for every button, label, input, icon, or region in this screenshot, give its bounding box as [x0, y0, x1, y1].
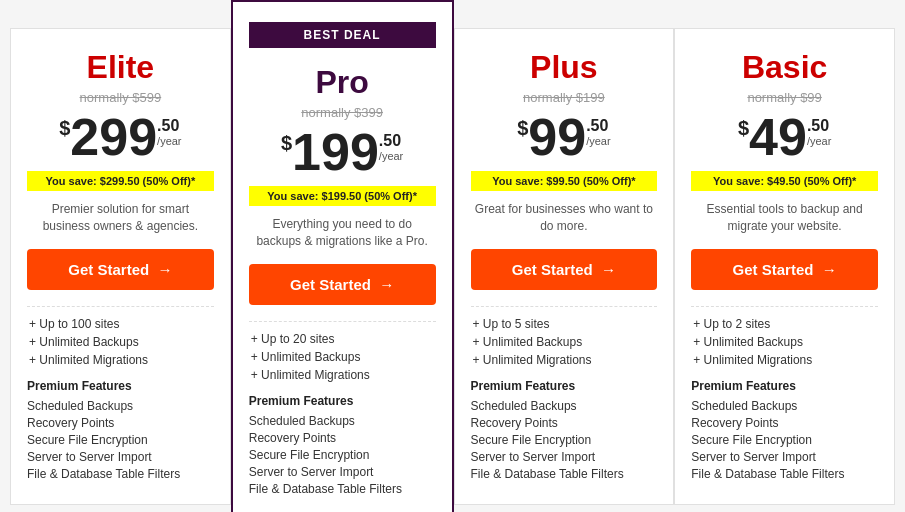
- plan-description-pro: Everything you need to do backups & migr…: [249, 216, 436, 250]
- price-main-elite: 299: [70, 111, 157, 163]
- price-row-elite: $ 299 .50 /year: [27, 111, 214, 163]
- premium-feature-item-basic-0: Scheduled Backups: [691, 399, 878, 413]
- savings-badge-basic: You save: $49.50 (50% Off)*: [691, 171, 878, 191]
- premium-feature-item-pro-0: Scheduled Backups: [249, 414, 436, 428]
- premium-feature-item-elite-0: Scheduled Backups: [27, 399, 214, 413]
- divider-basic: [691, 306, 878, 307]
- plan-name-plus: Plus: [471, 49, 658, 86]
- premium-feature-item-pro-2: Secure File Encryption: [249, 448, 436, 462]
- price-year-basic: /year: [807, 135, 831, 147]
- get-started-btn-plus[interactable]: Get Started →: [471, 249, 658, 290]
- plan-name-elite: Elite: [27, 49, 214, 86]
- premium-feature-item-elite-4: File & Database Table Filters: [27, 467, 214, 481]
- price-cents-basic: .50: [807, 117, 829, 135]
- premium-features-plus: Scheduled BackupsRecovery PointsSecure F…: [471, 399, 658, 481]
- get-started-btn-elite[interactable]: Get Started →: [27, 249, 214, 290]
- premium-feature-item-plus-4: File & Database Table Filters: [471, 467, 658, 481]
- price-row-basic: $ 49 .50 /year: [691, 111, 878, 163]
- premium-feature-item-elite-1: Recovery Points: [27, 416, 214, 430]
- feature-list-elite: + Up to 100 sites+ Unlimited Backups+ Un…: [27, 317, 214, 367]
- premium-feature-item-plus-0: Scheduled Backups: [471, 399, 658, 413]
- feature-item-pro-2: + Unlimited Migrations: [249, 368, 436, 382]
- premium-features-elite: Scheduled BackupsRecovery PointsSecure F…: [27, 399, 214, 481]
- price-cents-year-pro: .50 /year: [379, 132, 403, 162]
- price-dollar-elite: $: [59, 117, 70, 140]
- original-price-elite: normally $599: [27, 90, 214, 105]
- feature-item-pro-0: + Up to 20 sites: [249, 332, 436, 346]
- feature-item-basic-2: + Unlimited Migrations: [691, 353, 878, 367]
- get-started-btn-pro[interactable]: Get Started →: [249, 264, 436, 305]
- premium-feature-item-elite-3: Server to Server Import: [27, 450, 214, 464]
- price-year-elite: /year: [157, 135, 181, 147]
- premium-feature-item-basic-3: Server to Server Import: [691, 450, 878, 464]
- premium-feature-item-plus-2: Secure File Encryption: [471, 433, 658, 447]
- plan-description-elite: Premier solution for smart business owne…: [27, 201, 214, 235]
- feature-item-plus-0: + Up to 5 sites: [471, 317, 658, 331]
- plan-name-pro: Pro: [249, 64, 436, 101]
- get-started-btn-basic[interactable]: Get Started →: [691, 249, 878, 290]
- feature-item-pro-1: + Unlimited Backups: [249, 350, 436, 364]
- price-main-plus: 99: [528, 111, 586, 163]
- feature-item-basic-1: + Unlimited Backups: [691, 335, 878, 349]
- price-cents-year-basic: .50 /year: [807, 117, 831, 147]
- price-cents-elite: .50: [157, 117, 179, 135]
- premium-feature-item-plus-1: Recovery Points: [471, 416, 658, 430]
- original-price-basic: normally $99: [691, 90, 878, 105]
- divider-elite: [27, 306, 214, 307]
- price-cents-year-plus: .50 /year: [586, 117, 610, 147]
- feature-list-plus: + Up to 5 sites+ Unlimited Backups+ Unli…: [471, 317, 658, 367]
- price-dollar-basic: $: [738, 117, 749, 140]
- premium-feature-item-pro-1: Recovery Points: [249, 431, 436, 445]
- premium-feature-item-plus-3: Server to Server Import: [471, 450, 658, 464]
- price-dollar-plus: $: [517, 117, 528, 140]
- feature-item-elite-2: + Unlimited Migrations: [27, 353, 214, 367]
- price-row-pro: $ 199 .50 /year: [249, 126, 436, 178]
- feature-list-basic: + Up to 2 sites+ Unlimited Backups+ Unli…: [691, 317, 878, 367]
- pricing-container: Elite normally $599 $ 299 .50 /year You …: [0, 0, 905, 512]
- feature-item-plus-1: + Unlimited Backups: [471, 335, 658, 349]
- premium-features-basic: Scheduled BackupsRecovery PointsSecure F…: [691, 399, 878, 481]
- premium-feature-item-elite-2: Secure File Encryption: [27, 433, 214, 447]
- price-row-plus: $ 99 .50 /year: [471, 111, 658, 163]
- premium-feature-item-pro-4: File & Database Table Filters: [249, 482, 436, 496]
- plan-card-elite: Elite normally $599 $ 299 .50 /year You …: [10, 28, 231, 505]
- original-price-plus: normally $199: [471, 90, 658, 105]
- price-cents-pro: .50: [379, 132, 401, 150]
- premium-label-basic: Premium Features: [691, 379, 878, 393]
- premium-feature-item-basic-1: Recovery Points: [691, 416, 878, 430]
- price-year-pro: /year: [379, 150, 403, 162]
- plan-description-basic: Essential tools to backup and migrate yo…: [691, 201, 878, 235]
- original-price-pro: normally $399: [249, 105, 436, 120]
- divider-plus: [471, 306, 658, 307]
- price-main-basic: 49: [749, 111, 807, 163]
- feature-item-elite-1: + Unlimited Backups: [27, 335, 214, 349]
- premium-label-pro: Premium Features: [249, 394, 436, 408]
- best-deal-banner: BEST DEAL: [249, 22, 436, 48]
- savings-badge-plus: You save: $99.50 (50% Off)*: [471, 171, 658, 191]
- premium-label-elite: Premium Features: [27, 379, 214, 393]
- price-cents-year-elite: .50 /year: [157, 117, 181, 147]
- feature-item-basic-0: + Up to 2 sites: [691, 317, 878, 331]
- price-main-pro: 199: [292, 126, 379, 178]
- plan-card-basic: Basic normally $99 $ 49 .50 /year You sa…: [674, 28, 895, 505]
- price-dollar-pro: $: [281, 132, 292, 155]
- plan-name-basic: Basic: [691, 49, 878, 86]
- premium-features-pro: Scheduled BackupsRecovery PointsSecure F…: [249, 414, 436, 496]
- feature-item-plus-2: + Unlimited Migrations: [471, 353, 658, 367]
- savings-badge-pro: You save: $199.50 (50% Off)*: [249, 186, 436, 206]
- premium-feature-item-pro-3: Server to Server Import: [249, 465, 436, 479]
- divider-pro: [249, 321, 436, 322]
- plan-card-pro: BEST DEAL Pro normally $399 $ 199 .50 /y…: [231, 0, 454, 512]
- plan-card-plus: Plus normally $199 $ 99 .50 /year You sa…: [454, 28, 675, 505]
- premium-feature-item-basic-4: File & Database Table Filters: [691, 467, 878, 481]
- savings-badge-elite: You save: $299.50 (50% Off)*: [27, 171, 214, 191]
- plan-description-plus: Great for businesses who want to do more…: [471, 201, 658, 235]
- price-cents-plus: .50: [586, 117, 608, 135]
- feature-item-elite-0: + Up to 100 sites: [27, 317, 214, 331]
- premium-feature-item-basic-2: Secure File Encryption: [691, 433, 878, 447]
- premium-label-plus: Premium Features: [471, 379, 658, 393]
- price-year-plus: /year: [586, 135, 610, 147]
- feature-list-pro: + Up to 20 sites+ Unlimited Backups+ Unl…: [249, 332, 436, 382]
